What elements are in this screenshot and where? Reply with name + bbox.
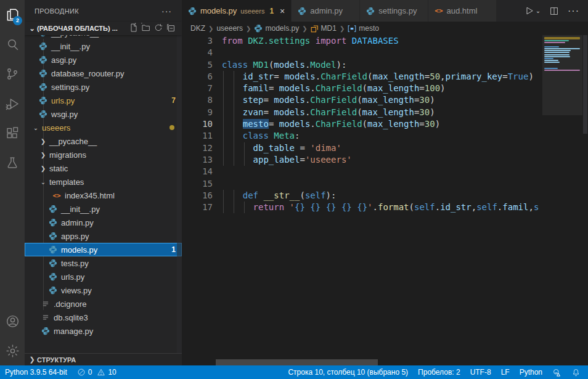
new-file-icon[interactable] [129,23,139,34]
status-language-mode[interactable]: Python [515,365,547,379]
status-encoding[interactable]: UTF-8 [465,365,496,379]
python-file-icon [48,272,58,282]
tree-folder-useeers[interactable]: ⌄useeers [25,121,182,134]
status-label: Python [520,368,542,377]
html-file-icon: <> [52,190,62,200]
breadcrumb-item-md1[interactable]: MD1 [311,24,337,33]
tree-file-wsgi-py[interactable]: wsgi.py [25,107,182,121]
code-line-6[interactable]: 6 id_str= models.CharField(max_length=50… [182,71,588,83]
activitybar-run-debug-icon[interactable] [0,89,25,118]
tree-file-asgi-py[interactable]: asgi.py [25,53,182,67]
line-number: 17 [182,202,213,213]
status-python-version[interactable]: Python 3.9.5 64-bit [0,365,72,379]
code-line-4[interactable]: 4 [182,47,588,59]
code-line-12[interactable]: 12 db_table = 'dima' [182,142,588,154]
python-symbol-icon [254,24,263,33]
code-line-13[interactable]: 13 app_label='useeers' [182,154,588,166]
tree-file-index345-html[interactable]: <>index345.html [25,189,182,202]
code-line-3[interactable]: 3from DKZ.settings import DATABASES [182,35,588,47]
split-editor-button[interactable] [549,6,559,16]
status-label: UTF-8 [470,368,491,377]
code-line-10[interactable]: 10 mesto= models.CharField(max_length=30… [182,118,588,130]
tree-folder-templates[interactable]: ⌄templates [25,175,182,189]
code-editor[interactable]: 3from DKZ.settings import DATABASES45cla… [182,35,588,365]
code-line-16[interactable]: 16 def __str__(self): [182,190,588,202]
file-tree: __pycache____init__.pyasgi.pydatabase_ro… [25,35,182,353]
breadcrumb-item-useeers[interactable]: useeers [216,24,243,33]
tree-file--init-py[interactable]: __init__.py [25,202,182,216]
activitybar-testing-icon[interactable] [0,148,25,177]
status-label: Строка 10, столбец 10 (выбрано 5) [288,368,408,377]
more-actions-icon[interactable]: ··· [568,6,579,17]
code-line-7[interactable]: 7 famil= models.CharField(max_length=100… [182,83,588,94]
status-cursor-position[interactable]: Строка 10, столбец 10 (выбрано 5) [283,365,413,379]
tree-folder-static[interactable]: ❯static [25,161,182,175]
activitybar-explorer-icon[interactable]: 2 [0,0,25,30]
code-line-15[interactable]: 15 [182,178,588,190]
tree-folder-migrations[interactable]: ❯migrations [25,148,182,161]
chevron-down-icon: ⌄ [38,179,48,185]
breadcrumb-item-models-py[interactable]: models.py [254,24,299,33]
tree-file-manage-py[interactable]: manage.py [25,324,182,338]
tab-bar: models.pyuseeers1×admin.pysettings.py<>a… [182,0,588,22]
explorer-more-icon[interactable]: ··· [161,6,172,16]
outline-section-header[interactable]: ❯ СТРУКТУРА [25,353,182,365]
workspace-section-header[interactable]: ⌄ (РАБОЧАЯ ОБЛАСТЬ) ... [25,22,182,35]
tab-admin-py[interactable]: admin.py [292,0,359,22]
activitybar-source-control-icon[interactable] [0,59,25,89]
tree-folder--pycache-[interactable]: ❯__pycache__ [25,134,182,148]
tree-file--pycache-[interactable]: __pycache__ [25,35,182,39]
tree-file-settings-py[interactable]: settings.py [25,80,182,94]
line-number: 11 [182,130,213,142]
tree-file--init-py[interactable]: __init__.py [25,39,182,53]
code-line-14[interactable]: 14 [182,166,588,177]
code-line-11[interactable]: 11 class Meta: [182,130,588,142]
tree-file-apps-py[interactable]: apps.py [25,229,182,243]
code-line-5[interactable]: 5class MD1(models.Model): [182,59,588,71]
tab-aud-html[interactable]: <>aud.html [428,0,496,22]
breadcrumb-item-mesto[interactable]: mesto [348,24,379,33]
tree-file-urls-py[interactable]: urls.py7 [25,94,182,107]
breadcrumb-item-dkz[interactable]: DKZ [190,24,205,33]
python-file-icon [38,41,48,51]
code-line-17[interactable]: 17 return '{} {} {} {} {}'.format(self.i… [182,202,588,213]
close-icon[interactable]: × [280,6,285,16]
status-problems[interactable]: 010 [72,365,121,379]
python-file-icon [188,7,197,15]
status-eol[interactable]: LF [496,365,515,379]
tree-file-tests-py[interactable]: tests.py [25,256,182,270]
tree-file-urls-py[interactable]: urls.py [25,270,182,283]
editor-horizontal-scrollbar[interactable] [216,359,378,365]
activitybar-search-icon[interactable] [0,30,25,59]
tree-file--dcignore[interactable]: .dcignore [25,297,182,311]
tree-file-database-roouter-py[interactable]: database_roouter.py [25,67,182,80]
code-line-8[interactable]: 8 step= models.CharField(max_length=30) [182,94,588,106]
minimap[interactable] [542,35,582,220]
tab-settings-py[interactable]: settings.py [360,0,428,22]
status-indentation[interactable]: Пробелов: 2 [413,365,465,379]
editor-vertical-scrollbar[interactable] [582,35,588,365]
chevron-down-icon[interactable]: ⌄ [536,7,541,14]
notifications-bell-icon[interactable] [566,365,588,379]
error-icon [77,368,86,377]
tab-models-py[interactable]: models.pyuseeers1× [182,0,291,22]
warning-count: 10 [108,368,116,377]
tree-file-models-py[interactable]: models.py1 [25,243,182,256]
run-button[interactable]: ⌄ [524,6,541,16]
tree-item-label: __init__.py [51,42,90,51]
code-line-9[interactable]: 9 zvan= models.CharField(max_length=30) [182,107,588,118]
activitybar-extensions-icon[interactable] [0,118,25,148]
html-file-icon: <> [435,7,443,15]
new-folder-icon[interactable] [141,23,151,34]
sidebar-scrollbar[interactable] [177,35,182,353]
activitybar-account-icon[interactable] [0,306,25,336]
tree-file-db-sqlite3[interactable]: db.sqlite3 [25,311,182,324]
tree-file-admin-py[interactable]: admin.py [25,216,182,229]
collapse-all-icon[interactable] [166,23,176,34]
activitybar-settings-icon[interactable] [0,336,25,365]
tree-file-views-py[interactable]: views.py [25,283,182,297]
refresh-icon[interactable] [153,23,163,34]
tree-item-label: __init__.py [61,205,100,214]
feedback-icon[interactable] [547,365,566,379]
breadcrumb-separator: ❯ [340,25,345,32]
